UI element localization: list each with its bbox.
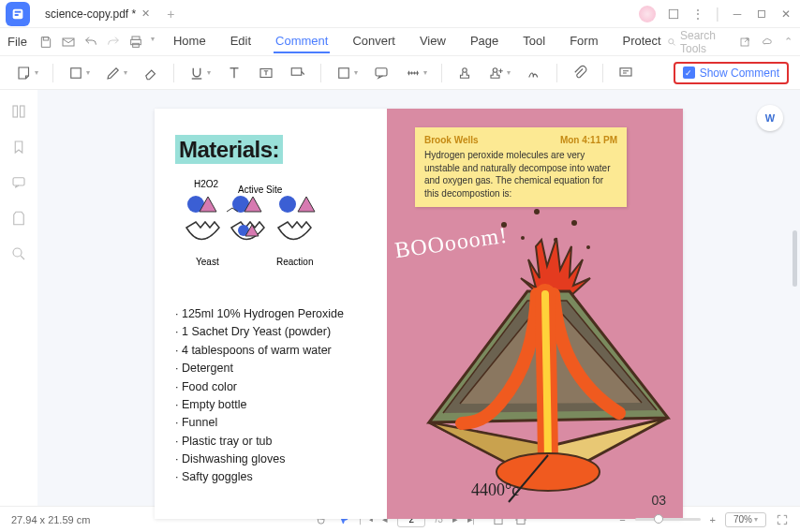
qat-dropdown-icon[interactable]: ▾ — [151, 35, 155, 50]
stamp-tool[interactable] — [452, 62, 478, 84]
search-icon — [667, 36, 676, 49]
label-reaction: Reaction — [276, 257, 313, 267]
label-active-site: Active Site — [238, 185, 283, 195]
svg-rect-5 — [43, 37, 48, 39]
svg-rect-4 — [759, 10, 765, 17]
maximize-button[interactable] — [755, 7, 768, 21]
materials-list: 125ml 10% Hydrogen Peroxide 1 Sachet Dry… — [175, 305, 368, 487]
measure-tool[interactable]: ▾ — [400, 62, 432, 84]
list-item: 1 Sachet Dry Yeast (powder) — [175, 323, 368, 341]
svg-point-28 — [279, 196, 296, 213]
shape-tool[interactable]: ▾ — [331, 62, 363, 84]
svg-rect-22 — [13, 178, 24, 185]
textbox-tool[interactable] — [253, 62, 279, 84]
show-comment-toggle[interactable]: ✓ Show Comment — [674, 62, 789, 84]
svg-point-10 — [668, 38, 673, 43]
zoom-percent[interactable]: 70%▾ — [725, 512, 766, 527]
search-placeholder: Search Tools — [680, 29, 728, 55]
note-author: Brook Wells — [424, 135, 479, 145]
page-number: 03 — [651, 493, 666, 508]
attachment-tool[interactable] — [567, 62, 593, 84]
text-tool[interactable] — [221, 62, 247, 84]
collapse-ribbon-icon[interactable]: ⌃ — [784, 36, 793, 48]
checkbox-checked-icon: ✓ — [683, 66, 695, 79]
menu-edit[interactable]: Edit — [229, 30, 253, 53]
menu-form[interactable]: Form — [568, 30, 600, 53]
note-body: Hydrogen peroxide molecules are very uns… — [424, 149, 617, 200]
svg-rect-12 — [71, 67, 81, 78]
document-tab[interactable]: science-copy.pdf * ✕ — [36, 4, 159, 24]
comment-note[interactable]: Brook Wells Mon 4:11 PM Hydrogen peroxid… — [415, 127, 627, 207]
mail-icon[interactable] — [61, 35, 76, 50]
pencil-tool[interactable]: ▾ — [100, 62, 132, 84]
tab-title: science-copy.pdf * — [45, 7, 136, 21]
svg-rect-6 — [63, 38, 74, 46]
undo-icon[interactable] — [83, 35, 98, 50]
ai-sparkle-icon[interactable] — [639, 6, 656, 22]
underline-tool[interactable]: ▾ — [184, 62, 215, 84]
box-icon[interactable] — [667, 7, 680, 21]
svg-rect-9 — [133, 43, 140, 47]
zoom-slider[interactable] — [635, 518, 701, 521]
side-rail — [0, 90, 37, 506]
page-right-column: Brook Wells Mon 4:11 PM Hydrogen peroxid… — [387, 109, 683, 519]
sketch-diagram: H2O2 Active Site Yeast Reaction — [175, 176, 368, 283]
temperature-label: 4400°c — [471, 480, 519, 500]
file-menu[interactable]: File — [7, 35, 27, 49]
svg-marker-29 — [298, 197, 315, 212]
eraser-tool[interactable] — [138, 62, 164, 84]
pdf-page: Materials: H2O2 Active Site — [155, 109, 683, 519]
redo-icon[interactable] — [106, 35, 121, 50]
menu-comment[interactable]: Comment — [274, 30, 330, 53]
zoom-in-button[interactable]: + — [710, 514, 716, 525]
highlight-tool[interactable]: ▾ — [63, 62, 95, 84]
tab-close-icon[interactable]: ✕ — [141, 7, 150, 20]
svg-point-32 — [534, 209, 540, 214]
menubar: File ▾ Home Edit Comment Convert View Pa… — [0, 28, 800, 56]
attachments-panel-icon[interactable] — [10, 210, 27, 227]
svg-rect-14 — [291, 67, 302, 75]
minimize-button[interactable]: ─ — [731, 7, 744, 21]
speech-tool[interactable] — [368, 62, 394, 84]
page-left-column: Materials: H2O2 Active Site — [155, 109, 387, 519]
menu-tool[interactable]: Tool — [521, 30, 547, 53]
new-tab-button[interactable]: + — [167, 7, 174, 22]
menu-home[interactable]: Home — [171, 30, 208, 53]
menu-view[interactable]: View — [418, 30, 448, 53]
kebab-menu-icon[interactable]: ⋮ — [691, 7, 704, 21]
close-window-button[interactable]: ✕ — [779, 7, 793, 21]
svg-point-18 — [493, 67, 497, 72]
comments-panel-icon[interactable] — [10, 174, 27, 191]
vertical-scrollbar[interactable] — [793, 230, 797, 287]
comment-panel-tool[interactable] — [613, 62, 639, 84]
note-tool[interactable]: ▾ — [11, 62, 43, 84]
menu-page[interactable]: Page — [468, 30, 500, 53]
svg-rect-15 — [339, 67, 349, 78]
search-panel-icon[interactable] — [10, 245, 27, 262]
titlebar: science-copy.pdf * ✕ + ⋮ | ─ ✕ — [0, 0, 800, 28]
callout-tool[interactable] — [285, 62, 311, 84]
fullscreen-icon[interactable] — [776, 513, 789, 526]
stamp-custom-tool[interactable]: ▾ — [483, 62, 515, 84]
word-export-badge[interactable]: W — [757, 105, 783, 131]
signature-tool[interactable] — [521, 62, 547, 84]
search-tools[interactable]: Search Tools — [667, 29, 728, 55]
cloud-icon[interactable] — [762, 35, 773, 50]
save-icon[interactable] — [38, 35, 53, 50]
print-icon[interactable] — [128, 35, 143, 50]
list-item: Funnel — [175, 414, 368, 432]
menu-convert[interactable]: Convert — [350, 30, 397, 53]
svg-rect-1 — [15, 10, 22, 12]
share-icon[interactable] — [739, 35, 750, 50]
svg-point-17 — [463, 67, 467, 72]
volcano-illustration — [387, 202, 683, 511]
menu-protect[interactable]: Protect — [620, 30, 662, 53]
document-canvas[interactable]: W Materials: H2O2 Active Site — [37, 90, 800, 506]
thumbnails-icon[interactable] — [10, 103, 27, 120]
main-area: ▸ W Materials: H2O2 Active Site — [0, 90, 800, 506]
svg-point-23 — [13, 248, 22, 257]
svg-rect-21 — [21, 106, 25, 117]
app-logo[interactable] — [6, 2, 30, 26]
list-item: Empty bottle — [175, 396, 368, 414]
bookmarks-icon[interactable] — [10, 139, 27, 155]
